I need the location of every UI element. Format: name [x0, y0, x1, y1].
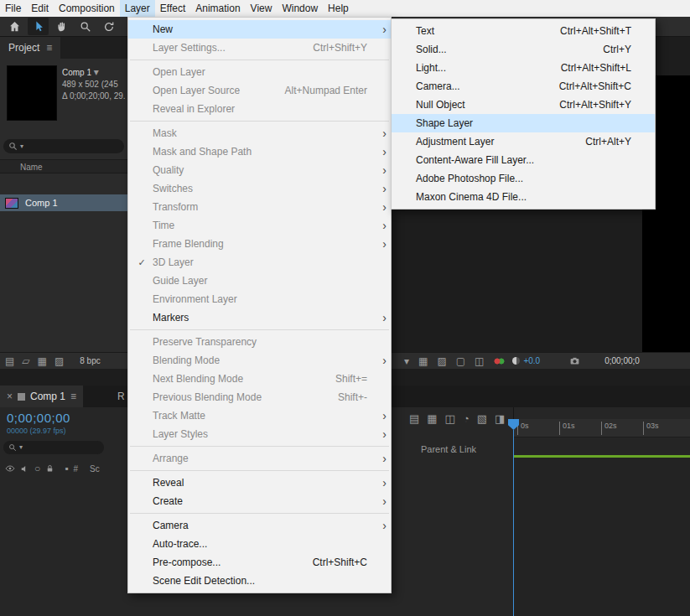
- color-channels-icon[interactable]: [494, 357, 506, 365]
- menu-effect[interactable]: Effect: [155, 0, 190, 17]
- menu-item-environment-layer[interactable]: Environment Layer: [128, 290, 391, 308]
- menu-item-adobe-photoshop-file[interactable]: Adobe Photoshop File...: [392, 169, 655, 188]
- tab-comp1-timeline[interactable]: × Comp 1 ≡: [0, 386, 83, 407]
- delete-icon[interactable]: ▨: [54, 356, 64, 366]
- menu-item-light[interactable]: Light...Ctrl+Alt+Shift+L: [392, 59, 655, 77]
- label-column-icon[interactable]: ▪: [65, 463, 68, 474]
- panel-menu-icon[interactable]: ≡: [70, 391, 76, 401]
- menu-item-camera[interactable]: Camera›: [128, 516, 391, 535]
- number-column-header[interactable]: #: [74, 464, 79, 474]
- menu-item-open-layer[interactable]: Open Layer: [128, 63, 391, 81]
- exposure-icon[interactable]: [512, 357, 520, 365]
- timeline-search-input[interactable]: ▾: [3, 441, 104, 454]
- menu-item-time[interactable]: Time›: [128, 216, 391, 235]
- interpret-footage-icon[interactable]: ▤: [5, 356, 14, 366]
- menu-item-reveal[interactable]: Reveal›: [128, 474, 391, 492]
- zoom-tool-button[interactable]: [75, 18, 96, 35]
- menu-item-preserve-transparency[interactable]: Preserve Transparency: [128, 333, 391, 351]
- menu-item-reveal-in-explorer[interactable]: Reveal in Explorer: [128, 100, 391, 118]
- menu-item-open-layer-source[interactable]: Open Layer SourceAlt+Numpad Enter: [128, 81, 391, 100]
- menu-file[interactable]: File: [0, 0, 26, 17]
- menu-item-blending-mode[interactable]: Blending Mode›: [128, 351, 391, 370]
- menu-item-label: Maxon Cinema 4D File...: [416, 191, 608, 203]
- menu-item-3d-layer[interactable]: ✓3D Layer: [128, 253, 391, 272]
- motion-blur-icon[interactable]: ▧: [477, 412, 487, 425]
- menu-item-mask[interactable]: Mask›: [128, 124, 391, 142]
- comp-flowchart-icon[interactable]: ▤: [409, 412, 419, 425]
- solo-icon[interactable]: ○: [34, 463, 40, 474]
- hide-shy-icon[interactable]: ◫: [445, 412, 455, 425]
- menu-item-label: Layer Styles: [153, 428, 344, 440]
- search-options-caret-icon[interactable]: ▾: [20, 143, 23, 150]
- menu-item-maxon-cinema-4d-file[interactable]: Maxon Cinema 4D File...: [392, 188, 655, 206]
- menu-item-create[interactable]: Create›: [128, 492, 391, 510]
- tab-render-queue-truncated[interactable]: R: [117, 386, 125, 407]
- menu-item-auto-trace[interactable]: Auto-trace...: [128, 535, 391, 553]
- project-search-input[interactable]: ▾: [3, 139, 124, 153]
- selection-tool-button[interactable]: [28, 18, 49, 35]
- lock-icon[interactable]: [45, 463, 54, 474]
- menu-item-arrange[interactable]: Arrange›: [128, 449, 391, 468]
- graph-editor-icon[interactable]: ◨: [495, 412, 505, 425]
- menu-layer[interactable]: Layer: [120, 0, 155, 17]
- menu-window[interactable]: Window: [277, 0, 323, 17]
- menu-edit[interactable]: Edit: [26, 0, 54, 17]
- snapshot-camera-icon[interactable]: [568, 355, 581, 366]
- menu-item-scene-edit-detection[interactable]: Scene Edit Detection...: [128, 572, 391, 590]
- menu-item-layer-styles[interactable]: Layer Styles›: [128, 425, 391, 443]
- menu-item-next-blending-mode[interactable]: Next Blending ModeShift+=: [128, 370, 391, 388]
- panel-menu-icon[interactable]: ≡: [46, 43, 52, 53]
- menu-item-new[interactable]: New›: [128, 20, 391, 39]
- menu-item-shortcut: Shift+-: [338, 391, 367, 403]
- bit-depth-label[interactable]: 8 bpc: [80, 356, 100, 365]
- menu-item-adjustment-layer[interactable]: Adjustment LayerCtrl+Alt+Y: [392, 132, 655, 151]
- parent-link-column-header[interactable]: Parent & Link: [421, 444, 476, 454]
- menu-item-frame-blending[interactable]: Frame Blending›: [128, 235, 391, 253]
- video-eye-icon[interactable]: [5, 463, 15, 474]
- new-folder-icon[interactable]: ▱: [22, 356, 29, 366]
- mask-visibility-icon[interactable]: ▨: [437, 356, 446, 366]
- magnification-caret-icon[interactable]: ▾: [404, 356, 409, 366]
- menu-item-pre-compose[interactable]: Pre-compose...Ctrl+Shift+C: [128, 553, 391, 572]
- menu-animation[interactable]: Animation: [190, 0, 245, 17]
- menu-item-mask-and-shape-path[interactable]: Mask and Shape Path›: [128, 142, 391, 161]
- menu-item-layer-settings[interactable]: Layer Settings...Ctrl+Shift+Y: [128, 39, 391, 57]
- menu-item-track-matte[interactable]: Track Matte›: [128, 406, 391, 425]
- menu-item-shape-layer[interactable]: Shape Layer: [392, 114, 655, 132]
- exposure-value[interactable]: +0.0: [523, 356, 540, 365]
- rotate-tool-button[interactable]: [98, 18, 119, 35]
- menu-item-switches[interactable]: Switches›: [128, 179, 391, 198]
- search-options-caret-icon[interactable]: ▾: [19, 444, 23, 451]
- audio-speaker-icon[interactable]: [20, 464, 29, 474]
- transparency-grid-icon[interactable]: ◫: [475, 356, 484, 366]
- menu-help[interactable]: Help: [323, 0, 354, 17]
- close-tab-icon[interactable]: ×: [7, 391, 13, 401]
- tab-project[interactable]: Project ≡: [0, 37, 60, 59]
- new-composition-icon[interactable]: ▦: [38, 356, 47, 366]
- menu-item-solid[interactable]: Solid...Ctrl+Y: [392, 40, 655, 59]
- menu-item-markers[interactable]: Markers›: [128, 308, 391, 327]
- menu-item-previous-blending-mode[interactable]: Previous Blending ModeShift+-: [128, 388, 391, 406]
- menu-item-quality[interactable]: Quality›: [128, 161, 391, 179]
- menu-item-content-aware-fill-layer[interactable]: Content-Aware Fill Layer...: [392, 151, 655, 169]
- menu-composition[interactable]: Composition: [54, 0, 120, 17]
- region-of-interest-icon[interactable]: ▢: [456, 356, 465, 366]
- source-name-column-header[interactable]: Sc: [90, 464, 100, 474]
- menu-view[interactable]: View: [246, 0, 278, 17]
- grid-guides-icon[interactable]: ▦: [418, 356, 428, 366]
- timeline-ruler[interactable]: 0s01s02s03s: [514, 419, 690, 437]
- menu-item-text[interactable]: TextCtrl+Alt+Shift+T: [392, 22, 655, 40]
- new-submenu: TextCtrl+Alt+Shift+TSolid...Ctrl+YLight.…: [391, 18, 656, 210]
- current-timecode[interactable]: 0;00;00;00: [7, 411, 70, 425]
- draft-3d-icon[interactable]: ▦: [427, 412, 437, 425]
- menu-item-guide-layer[interactable]: Guide Layer: [128, 272, 391, 290]
- home-tool-button[interactable]: [4, 18, 25, 35]
- hand-tool-button[interactable]: [51, 18, 72, 35]
- caret-down-icon[interactable]: ▾: [94, 66, 99, 78]
- track-area[interactable]: [514, 458, 690, 616]
- menu-item-label: Track Matte: [153, 410, 344, 422]
- menu-item-null-object[interactable]: Null ObjectCtrl+Alt+Shift+Y: [392, 96, 655, 114]
- frame-blend-icon[interactable]: ◔: [463, 412, 470, 425]
- menu-item-transform[interactable]: Transform›: [128, 198, 391, 216]
- menu-item-camera[interactable]: Camera...Ctrl+Alt+Shift+C: [392, 77, 655, 96]
